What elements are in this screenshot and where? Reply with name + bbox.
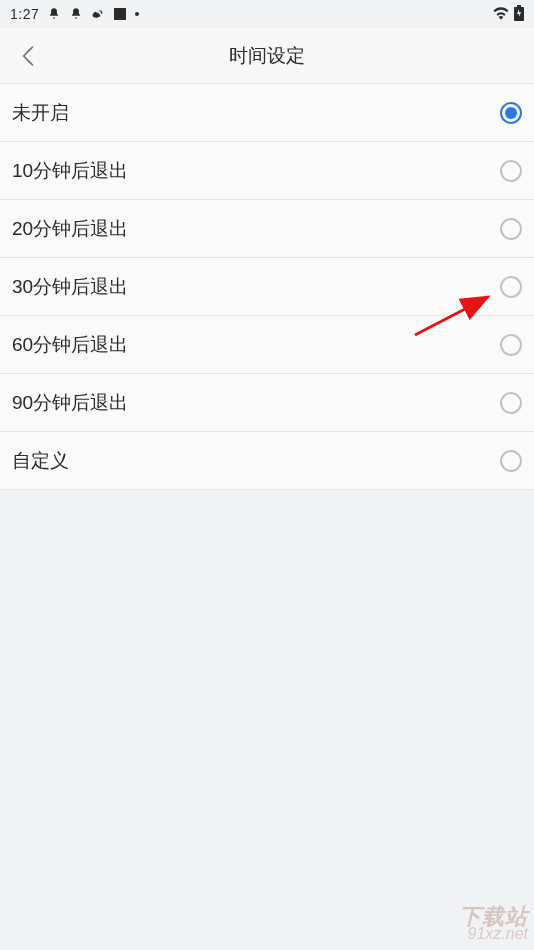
option-label: 自定义 — [12, 448, 69, 474]
option-20min[interactable]: 20分钟后退出 — [0, 200, 534, 258]
radio-unselected — [500, 218, 522, 240]
option-not-enabled[interactable]: 未开启 — [0, 84, 534, 142]
notification-icon-2 — [68, 7, 83, 22]
notification-icon-1 — [46, 7, 61, 22]
dot-icon — [134, 7, 140, 22]
watermark-line2: 91xz.net — [459, 926, 528, 942]
radio-unselected — [500, 392, 522, 414]
options-list: 未开启 10分钟后退出 20分钟后退出 30分钟后退出 60分钟后退出 90分钟… — [0, 84, 534, 490]
option-90min[interactable]: 90分钟后退出 — [0, 374, 534, 432]
radio-unselected — [500, 276, 522, 298]
radio-unselected — [500, 334, 522, 356]
battery-icon — [514, 5, 524, 24]
status-bar: 1:27 — [0, 0, 534, 28]
option-custom[interactable]: 自定义 — [0, 432, 534, 490]
option-10min[interactable]: 10分钟后退出 — [0, 142, 534, 200]
option-label: 10分钟后退出 — [12, 158, 128, 184]
option-label: 60分钟后退出 — [12, 332, 128, 358]
status-right — [492, 5, 524, 24]
watermark: 下载站 91xz.net — [459, 906, 528, 942]
option-60min[interactable]: 60分钟后退出 — [0, 316, 534, 374]
status-time: 1:27 — [10, 6, 39, 22]
weibo-icon — [90, 7, 105, 22]
header: 时间设定 — [0, 28, 534, 84]
status-left: 1:27 — [10, 6, 140, 22]
option-label: 30分钟后退出 — [12, 274, 128, 300]
svg-point-1 — [135, 12, 139, 16]
wifi-icon — [492, 6, 510, 23]
back-button[interactable] — [10, 38, 46, 74]
radio-unselected — [500, 450, 522, 472]
option-label: 未开启 — [12, 100, 69, 126]
page-title: 时间设定 — [0, 43, 534, 69]
svg-rect-0 — [114, 8, 126, 20]
square-icon — [112, 7, 127, 22]
radio-unselected — [500, 160, 522, 182]
option-label: 90分钟后退出 — [12, 390, 128, 416]
option-30min[interactable]: 30分钟后退出 — [0, 258, 534, 316]
chevron-left-icon — [21, 45, 35, 67]
option-label: 20分钟后退出 — [12, 216, 128, 242]
radio-selected — [500, 102, 522, 124]
